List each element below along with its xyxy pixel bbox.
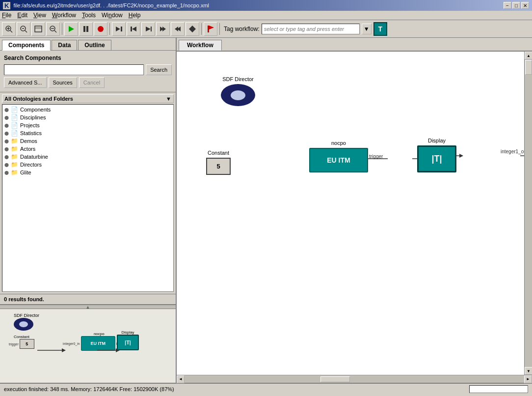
folder-icon: 📁	[11, 153, 18, 160]
tag-t-button[interactable]: T	[373, 22, 387, 36]
wf-nocpo[interactable]: nocpo EU ITM	[309, 140, 368, 172]
tag-workflow-label: Tag workflow:	[224, 26, 260, 32]
tree-container: ⬤ 📄 Components ⬤ 📄 Disciplines ⬤ 📄 Proje…	[2, 104, 174, 292]
right-scrollbar-vertical[interactable]: ▲ ▼	[524, 52, 532, 375]
search-options-row: Advanced S... Sources Cancel	[4, 77, 172, 88]
wf-nocpo-box: EU ITM	[309, 148, 368, 172]
go-back-button[interactable]	[127, 22, 140, 36]
menu-edit[interactable]: Edit	[17, 12, 27, 19]
cancel-button[interactable]: Cancel	[79, 77, 105, 88]
forward-button[interactable]	[141, 22, 155, 36]
svg-line-5	[25, 30, 27, 32]
search-button[interactable]: Search	[146, 64, 172, 75]
tree-item-statistics[interactable]: ⬤ 📄 Statistics	[3, 129, 172, 137]
tree-label-dataturbine: Dataturbine	[20, 154, 48, 160]
fit-page-button[interactable]	[31, 22, 45, 36]
pause-button[interactable]	[79, 22, 93, 36]
scroll-thumb-h[interactable]	[320, 376, 350, 382]
tree-label-demos: Demos	[20, 138, 37, 144]
menu-window[interactable]: Window	[102, 12, 123, 19]
tree-item-directors[interactable]: ⬤ 📁 Directors	[3, 161, 172, 169]
tree-label-directors: Directors	[20, 162, 42, 168]
toolbar-separator-4	[219, 23, 220, 35]
ontologies-dropdown-icon[interactable]: ▼	[166, 96, 171, 102]
preview-handle[interactable]: ▲	[0, 305, 176, 309]
tree-item-dataturbine[interactable]: ⬤ 📁 Dataturbine	[3, 153, 172, 161]
zoom-fit-button[interactable]	[17, 22, 30, 36]
zoom-in-button[interactable]	[2, 22, 16, 36]
scroll-left-button[interactable]: ◄	[177, 375, 185, 383]
mini-constant-box: 5	[20, 339, 34, 349]
minimize-button[interactable]: −	[504, 2, 511, 9]
wire-label-integer1-out: integer1_out	[501, 149, 524, 154]
tab-workflow[interactable]: Workflow	[179, 40, 222, 51]
scroll-thumb-v[interactable]	[525, 60, 532, 75]
advanced-search-button[interactable]: Advanced S...	[4, 77, 47, 88]
diamond-button[interactable]	[186, 22, 199, 36]
tag-dropdown-button[interactable]: ▼	[362, 24, 372, 34]
svg-rect-14	[86, 26, 88, 32]
title-left: K file:/afs/eufus.eu/g2itmdev/user/g2df.…	[3, 2, 209, 9]
wf-sdf-director[interactable]: SDF Director	[221, 76, 255, 106]
trigger-label: trigger	[369, 154, 383, 159]
scroll-up-button[interactable]: ▲	[525, 52, 532, 59]
tab-data[interactable]: Data	[52, 40, 77, 50]
stop-button[interactable]	[94, 22, 107, 36]
menu-file[interactable]: File	[2, 12, 11, 19]
scroll-track-v	[525, 59, 532, 367]
scroll-right-button[interactable]: ►	[524, 375, 532, 383]
tree-label-actors: Actors	[20, 146, 35, 152]
tag-workflow-input[interactable]	[262, 24, 360, 34]
ontologies-section: All Ontologies and Folders ▼ ⬤ 📄 Compone…	[0, 92, 176, 294]
results-text: 0 results found.	[4, 296, 44, 302]
right-scrollbar-horizontal[interactable]: ◄ ►	[177, 375, 532, 383]
flag-button[interactable]	[204, 22, 217, 36]
close-button[interactable]: ✕	[521, 2, 529, 9]
toolbar: Tag workflow: ▼ T	[0, 20, 532, 38]
sources-button[interactable]: Sources	[49, 77, 77, 88]
tree-item-demos[interactable]: ⬤ 📁 Demos	[3, 137, 172, 145]
preview-mini: SDF Director Constant trigger 5 nocpo in	[4, 313, 172, 381]
back-all-button[interactable]	[171, 22, 185, 36]
run-button[interactable]	[64, 22, 78, 36]
tree-dot: ⬤	[4, 115, 9, 120]
svg-rect-13	[83, 26, 85, 32]
zoom-out-button[interactable]	[46, 22, 60, 36]
tree-item-components[interactable]: ⬤ 📄 Components	[3, 106, 172, 113]
tree-item-glite[interactable]: ⬤ 📁 Glite	[3, 169, 172, 176]
menu-view[interactable]: View	[33, 12, 46, 19]
wf-constant[interactable]: Constant 5	[206, 150, 231, 175]
ontologies-header[interactable]: All Ontologies and Folders ▼	[2, 94, 174, 103]
wf-constant-box: 5	[206, 158, 231, 175]
tree-item-actors[interactable]: ⬤ 📁 Actors	[3, 145, 172, 153]
tree-item-disciplines[interactable]: ⬤ 📄 Disciplines	[3, 113, 172, 121]
wf-display[interactable]: Display |T|	[417, 138, 456, 172]
main-content: Components Data Outline Search Component…	[0, 38, 532, 383]
scroll-down-button[interactable]: ▼	[525, 367, 532, 375]
tag-workflow-section: Tag workflow: ▼ T	[224, 22, 387, 36]
svg-point-15	[98, 26, 104, 32]
tree-label-projects: Projects	[20, 122, 40, 128]
step-button[interactable]	[112, 22, 126, 36]
tab-components[interactable]: Components	[2, 40, 51, 51]
search-input[interactable]	[4, 64, 144, 75]
title-controls[interactable]: − □ ✕	[504, 2, 529, 9]
left-panel: Components Data Outline Search Component…	[0, 38, 177, 383]
workflow-canvas[interactable]: SDF Director trigger Constant 5 integer0…	[177, 52, 524, 375]
preview-section: ▲ SDF Director Constant trigger 5	[0, 304, 176, 383]
menu-workflow[interactable]: Workflow	[52, 12, 76, 19]
status-message: execution finished: 348 ms. Memory: 1726…	[4, 386, 174, 392]
menu-tools[interactable]: Tools	[82, 12, 96, 19]
tree-item-projects[interactable]: ⬤ 📄 Projects	[3, 121, 172, 129]
search-section: Search Components Search Advanced S... S…	[0, 51, 176, 92]
svg-marker-37	[459, 154, 463, 158]
right-tab-bar: Workflow	[177, 38, 532, 52]
tab-outline[interactable]: Outline	[78, 40, 111, 50]
wf-sdf-shape	[221, 84, 255, 106]
menu-help[interactable]: Help	[129, 12, 141, 19]
maximize-button[interactable]: □	[512, 2, 520, 9]
tree-dot: ⬤	[4, 163, 9, 167]
wf-display-label: Display	[417, 138, 456, 143]
window-title: file:/afs/eufus.eu/g2itmdev/user/g2df. .…	[13, 2, 209, 8]
forward-all-button[interactable]	[156, 22, 170, 36]
